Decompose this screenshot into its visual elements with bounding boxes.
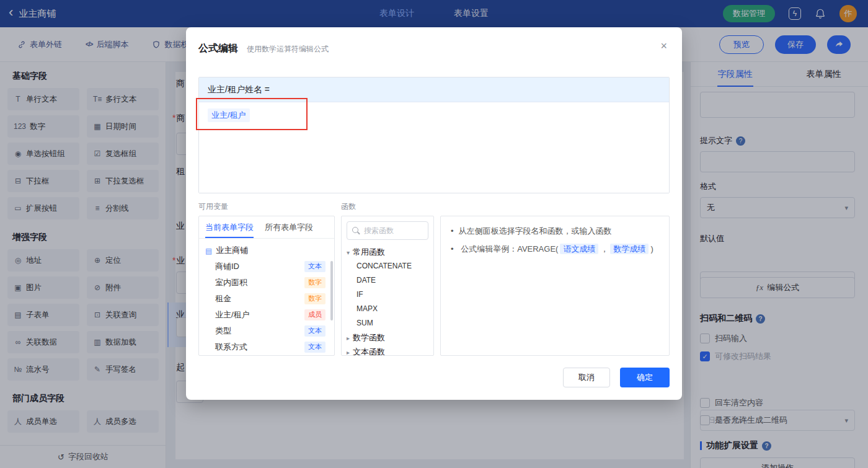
chevron-down-icon [347, 247, 350, 257]
variable-item[interactable]: 租金数字 [199, 291, 334, 307]
variable-name: 租金 [215, 293, 231, 304]
variable-name: 室内面积 [215, 277, 247, 288]
function-item[interactable]: SUM [342, 316, 433, 330]
dialog-title: 公式编辑 [198, 42, 238, 55]
group-label: 文本函数 [353, 347, 385, 356]
variables-tabs: 当前表单字段 所有表单字段 [199, 216, 334, 239]
formula-editor: 业主/租户姓名 = 业主/租户 [198, 77, 670, 193]
type-badge: 数字 [304, 277, 326, 288]
variable-item[interactable]: 商铺ID文本 [199, 258, 334, 275]
search-icon [352, 227, 360, 235]
help-panel: 从左侧面板选择字段名和函数，或输入函数 公式编辑举例：AVERAGE(语文成绩，… [440, 216, 670, 356]
variable-name: 商铺ID [215, 261, 239, 272]
tree-root-label: 业主商铺 [216, 245, 248, 256]
type-badge: 文本 [304, 325, 326, 336]
variable-item[interactable]: 室内面积数字 [199, 275, 334, 291]
tree-root-form[interactable]: 业主商铺 [199, 242, 334, 258]
document-icon [205, 246, 212, 255]
type-badge: 数字 [304, 293, 326, 304]
variable-name: 业主/租户 [215, 309, 250, 320]
scrollbar[interactable] [330, 261, 333, 320]
function-group-text[interactable]: 文本函数 [342, 345, 433, 356]
formula-edit-dialog: 公式编辑 使用数学运算符编辑公式 × 业主/租户姓名 = 业主/租户 可用变量 … [186, 27, 682, 400]
formula-input-area[interactable]: 业主/租户 [199, 102, 669, 193]
functions-label: 函数 [341, 201, 356, 212]
variable-item[interactable]: 联系方式文本 [199, 339, 334, 355]
function-search-box[interactable] [347, 221, 428, 240]
group-label: 常用函数 [353, 247, 385, 258]
tab-current-form-fields[interactable]: 当前表单字段 [205, 216, 254, 238]
function-item[interactable]: MAPX [342, 302, 433, 316]
variable-item[interactable]: 业主/租户成员 [199, 307, 334, 323]
example-comma: ， [600, 244, 608, 254]
variable-item[interactable]: 类型文本 [199, 323, 334, 339]
type-badge: 文本 [304, 261, 326, 272]
variables-label: 可用变量 [198, 201, 228, 212]
variables-tree: 业主商铺 商铺ID文本 室内面积数字 租金数字 业主/租户成员 类型文本 联系方… [199, 239, 334, 355]
function-group-math[interactable]: 数学函数 [342, 330, 433, 345]
functions-panel: 常用函数 CONCATENATE DATE IF MAPX SUM 数学函数 文… [341, 216, 434, 356]
chevron-right-icon [347, 347, 350, 356]
function-item[interactable]: DATE [342, 273, 433, 288]
variable-name: 联系方式 [215, 342, 247, 353]
close-icon[interactable]: × [660, 40, 667, 53]
group-label: 数学函数 [353, 332, 385, 343]
cancel-button[interactable]: 取消 [563, 368, 610, 387]
dialog-footer: 取消 确定 [563, 368, 670, 387]
type-badge: 文本 [304, 342, 326, 352]
help-tip: 从左侧面板选择字段名和函数，或输入函数 [451, 225, 659, 238]
help-tip-text: 从左侧面板选择字段名和函数，或输入函数 [459, 226, 612, 236]
chevron-right-icon [347, 333, 350, 342]
variable-name: 类型 [215, 325, 231, 337]
dialog-subtitle: 使用数学运算符编辑公式 [247, 44, 329, 55]
dialog-header: 公式编辑 使用数学运算符编辑公式 [198, 42, 329, 55]
help-tip-example: 公式编辑举例：AVERAGE(语文成绩，数学成绩) [451, 243, 659, 256]
function-item[interactable]: IF [342, 288, 433, 302]
variables-panel: 当前表单字段 所有表单字段 业主商铺 商铺ID文本 室内面积数字 租金数字 业主… [198, 216, 335, 356]
function-group-common[interactable]: 常用函数 [342, 245, 433, 259]
example-suffix: ) [650, 244, 653, 254]
type-badge: 成员 [304, 309, 326, 320]
confirm-button[interactable]: 确定 [620, 368, 670, 387]
tab-all-form-fields[interactable]: 所有表单字段 [265, 216, 313, 238]
function-item[interactable]: CONCATENATE [342, 259, 433, 273]
field-token[interactable]: 业主/租户 [208, 108, 250, 122]
formula-target: 业主/租户姓名 = [199, 77, 669, 102]
example-prefix: 公式编辑举例：AVERAGE( [461, 244, 558, 254]
function-search-input[interactable] [364, 226, 426, 235]
example-field-chip: 语文成绩 [560, 244, 598, 254]
example-field-chip: 数学成绩 [610, 244, 649, 254]
